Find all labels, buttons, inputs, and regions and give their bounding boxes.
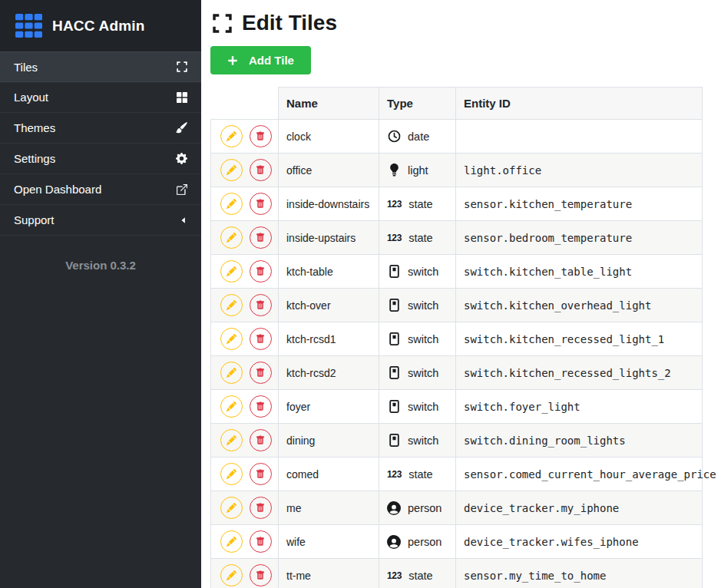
table-header-row: Name Type Entity ID bbox=[211, 88, 703, 120]
edit-button[interactable] bbox=[220, 159, 243, 181]
delete-button[interactable] bbox=[250, 530, 272, 553]
edit-button[interactable] bbox=[220, 294, 243, 316]
table-row: foyer switch switch.foyer_light bbox=[211, 390, 703, 424]
edit-button[interactable] bbox=[220, 193, 243, 215]
tile-entity-id: device_tracker.my_iphone bbox=[456, 491, 703, 525]
pencil-icon bbox=[227, 435, 236, 445]
tile-type-cell: 123 state bbox=[379, 559, 456, 588]
tile-entity-id: sensor.kitchen_temperature bbox=[456, 187, 703, 221]
tile-entity-id: light.office bbox=[456, 154, 703, 187]
tiles-table-body: clock date office ligh bbox=[211, 120, 703, 588]
edit-button[interactable] bbox=[220, 463, 243, 485]
add-tile-button[interactable]: Add Tile bbox=[210, 46, 311, 74]
table-row: clock date bbox=[211, 120, 703, 154]
switch-icon bbox=[387, 366, 401, 379]
tile-type-cell: light bbox=[379, 154, 456, 187]
edit-button[interactable] bbox=[220, 497, 243, 519]
sidebar-item-label: Settings bbox=[14, 152, 55, 165]
trash-icon bbox=[256, 334, 265, 344]
tile-type-label: switch bbox=[408, 333, 438, 345]
sidebar-item-label: Themes bbox=[14, 121, 55, 134]
edit-button[interactable] bbox=[220, 530, 243, 553]
tile-type-cell: date bbox=[379, 120, 456, 154]
tile-type-cell: person bbox=[379, 491, 456, 525]
actions-cell bbox=[211, 221, 279, 255]
delete-button[interactable] bbox=[250, 294, 272, 316]
delete-button[interactable] bbox=[250, 395, 272, 418]
tile-type-cell: 123 state bbox=[379, 458, 456, 491]
pencil-icon bbox=[227, 199, 236, 209]
expand-icon bbox=[177, 61, 187, 72]
table-row: ktch-table switch switch.kitchen_table_l… bbox=[211, 255, 703, 289]
trash-icon bbox=[256, 165, 265, 175]
sidebar-item-themes[interactable]: Themes bbox=[0, 113, 201, 144]
tile-type-label: state bbox=[408, 198, 432, 210]
tile-type-cell: switch bbox=[379, 322, 456, 356]
tile-type-label: switch bbox=[408, 299, 438, 312]
edit-button[interactable] bbox=[220, 564, 243, 586]
delete-button[interactable] bbox=[250, 193, 272, 215]
trash-icon bbox=[256, 368, 265, 378]
tile-type-cell: switch bbox=[379, 424, 456, 458]
delete-button[interactable] bbox=[250, 497, 272, 519]
sidebar-item-open-dashboard[interactable]: Open Dashboard bbox=[0, 174, 201, 205]
person-icon bbox=[387, 535, 401, 549]
delete-button[interactable] bbox=[250, 463, 272, 485]
sidebar-item-layout[interactable]: Layout bbox=[0, 82, 201, 113]
delete-button[interactable] bbox=[250, 260, 272, 282]
edit-button[interactable] bbox=[220, 395, 243, 418]
sidebar-item-support[interactable]: Support bbox=[0, 205, 201, 236]
tile-name: foyer bbox=[279, 390, 379, 424]
delete-button[interactable] bbox=[250, 328, 272, 350]
tile-entity-id: switch.kitchen_overhead_light bbox=[456, 289, 703, 322]
pencil-icon bbox=[227, 401, 236, 411]
actions-cell bbox=[211, 559, 279, 588]
tile-name: tt-me bbox=[279, 559, 379, 588]
tile-type-label: person bbox=[408, 502, 442, 514]
trash-icon bbox=[256, 233, 265, 243]
delete-button[interactable] bbox=[250, 226, 272, 249]
trash-icon bbox=[256, 435, 265, 445]
lightbulb-icon bbox=[387, 164, 401, 177]
clock-icon bbox=[387, 130, 401, 143]
sidebar-item-tiles[interactable]: Tiles bbox=[0, 51, 201, 82]
table-row: office light light.office bbox=[211, 154, 703, 187]
column-header-entity-id: Entity ID bbox=[456, 88, 703, 120]
pencil-icon bbox=[227, 233, 236, 243]
version-label: Version 0.3.2 bbox=[0, 259, 201, 272]
tile-entity-id: sensor.my_time_to_home bbox=[456, 559, 703, 588]
actions-cell bbox=[211, 187, 279, 221]
numeric-icon: 123 bbox=[387, 469, 402, 480]
pencil-icon bbox=[227, 537, 236, 547]
tile-entity-id: sensor.comed_current_hour_average_price bbox=[456, 458, 703, 491]
brand: HACC Admin bbox=[0, 0, 201, 51]
delete-button[interactable] bbox=[250, 362, 272, 384]
switch-icon bbox=[387, 265, 401, 278]
delete-button[interactable] bbox=[250, 125, 272, 147]
table-row: comed 123 state sensor.comed_current_hou… bbox=[211, 458, 703, 491]
edit-button[interactable] bbox=[220, 328, 243, 350]
sidebar-item-settings[interactable]: Settings bbox=[0, 144, 201, 174]
delete-button[interactable] bbox=[250, 564, 272, 586]
edit-button[interactable] bbox=[220, 362, 243, 384]
table-row: dining switch switch.dining_room_lights bbox=[211, 424, 703, 458]
edit-button[interactable] bbox=[220, 429, 243, 451]
trash-icon bbox=[256, 131, 265, 141]
actions-cell bbox=[211, 424, 279, 458]
edit-button[interactable] bbox=[220, 125, 243, 147]
delete-button[interactable] bbox=[250, 429, 272, 451]
tile-name: office bbox=[279, 154, 379, 187]
brand-logo-icon bbox=[15, 14, 42, 38]
delete-button[interactable] bbox=[250, 159, 272, 181]
actions-cell bbox=[211, 120, 279, 154]
edit-button[interactable] bbox=[220, 226, 243, 249]
sidebar-item-label: Support bbox=[14, 213, 55, 226]
edit-button[interactable] bbox=[220, 260, 243, 282]
pencil-icon bbox=[227, 131, 236, 141]
tile-type-cell: switch bbox=[379, 390, 456, 424]
tile-type-label: switch bbox=[408, 367, 438, 379]
grid-icon bbox=[177, 92, 187, 103]
tile-name: comed bbox=[279, 458, 379, 491]
actions-cell bbox=[211, 390, 279, 424]
column-header-type: Type bbox=[379, 88, 456, 120]
